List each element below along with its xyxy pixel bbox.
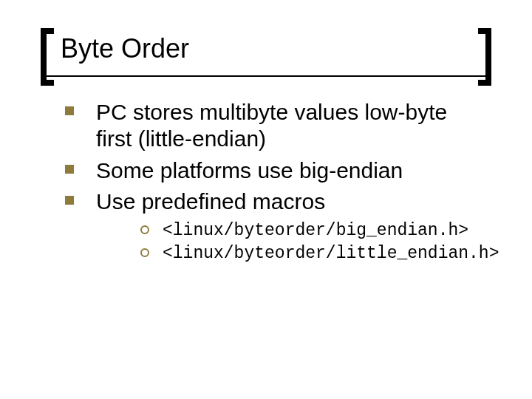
bullet-text: Use predefined macros <box>96 188 325 216</box>
list-item: <linux/byteorder/big_endian.h> <box>140 220 488 242</box>
title-underline <box>41 75 491 77</box>
bullet-text: Some platforms use big-endian <box>96 157 403 185</box>
bullet-text: <linux/byteorder/little_endian.h> <box>163 243 499 265</box>
title-area: Byte Order <box>0 0 532 64</box>
bullet-list-level1: PC stores multibyte values low-byte firs… <box>44 99 488 216</box>
square-bullet-icon <box>65 165 74 174</box>
slide-title: Byte Order <box>61 34 532 64</box>
square-bullet-icon <box>65 196 74 205</box>
circle-bullet-icon <box>140 248 149 257</box>
list-item: PC stores multibyte values low-byte firs… <box>44 99 488 153</box>
circle-bullet-icon <box>140 225 149 234</box>
list-item: <linux/byteorder/little_endian.h> <box>140 243 488 265</box>
bullet-text: <linux/byteorder/big_endian.h> <box>163 220 468 242</box>
list-item: Some platforms use big-endian <box>44 157 488 185</box>
square-bullet-icon <box>65 106 74 115</box>
slide: Byte Order PC stores multibyte values lo… <box>0 0 532 399</box>
bullet-list-level2: <linux/byteorder/big_endian.h> <linux/by… <box>44 220 488 265</box>
bullet-text: PC stores multibyte values low-byte firs… <box>96 99 488 153</box>
list-item: Use predefined macros <box>44 188 488 216</box>
body-area: PC stores multibyte values low-byte firs… <box>0 64 532 265</box>
